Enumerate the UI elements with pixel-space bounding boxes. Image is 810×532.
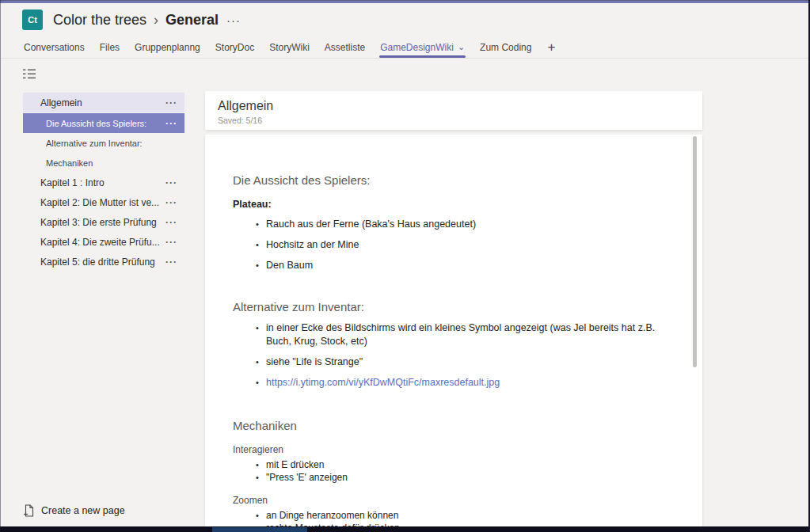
page-label: Alternative zum Inventar: (23, 139, 184, 148)
image-link[interactable]: https://i.ytimg.com/vi/yKfDwMQtiFc/maxre… (266, 377, 500, 388)
list-item: https://i.ytimg.com/vi/yKfDwMQtiFc/maxre… (256, 376, 664, 390)
list-item: mit E drücken (256, 459, 666, 472)
bottom-edge-highlight (212, 527, 307, 532)
window-left-edge (0, 0, 1, 532)
page-label: Die Aussicht des Spielers: (23, 119, 165, 128)
list-item: Hochsitz an der Mine (256, 238, 664, 252)
list-item: "Press 'E' anzeigen (256, 472, 666, 484)
page-item-alternative-inventar[interactable]: Alternative zum Inventar: (23, 133, 184, 153)
list-item: siehe "Life is Strange" (256, 355, 664, 369)
section-heading: Die Aussicht des Spielers: (233, 173, 666, 188)
page-label: Allgemein (23, 97, 165, 108)
page-label: Kapitel 1 : Intro (23, 177, 165, 188)
list-item: in einer Ecke des Bildschirms wird ein k… (256, 321, 664, 348)
tab-label: GameDesignWiki (380, 42, 454, 53)
teams-app-window: Ct Color the trees › General ··· Convers… (1, 3, 808, 526)
page-more-icon[interactable]: ··· (165, 217, 184, 228)
section-mechaniken: Mechaniken Interagieren mit E drücken "P… (233, 418, 666, 526)
bullet-list: an Dinge heranzoomen können rechte Maust… (256, 510, 666, 527)
bullet-list: in einer Ecke des Bildschirms wird ein k… (256, 321, 666, 390)
page-more-icon[interactable]: ··· (165, 97, 184, 108)
new-page-icon (23, 504, 34, 517)
tab-assetliste[interactable]: Assetliste (324, 36, 366, 58)
group-zoomen: Zoomen an Dinge heranzoomen können recht… (233, 494, 666, 527)
group-interagieren: Interagieren mit E drücken "Press 'E' an… (233, 443, 666, 484)
tab-label: StoryDoc (215, 42, 254, 53)
page-more-icon[interactable]: ··· (165, 197, 184, 208)
add-tab-button[interactable]: + (547, 36, 555, 58)
save-status: Saved: 5/16 (218, 116, 690, 125)
page-item-kapitel-4[interactable]: Kapitel 4: Die zweite Prüfu... ··· (23, 232, 184, 252)
page-item-kapitel-1[interactable]: Kapitel 1 : Intro ··· (23, 173, 184, 192)
team-name: Color the trees (53, 12, 146, 28)
page-item-mechaniken[interactable]: Mechaniken (23, 153, 184, 173)
group-label: Interagieren (233, 443, 666, 456)
tab-label: Assetliste (325, 42, 365, 53)
page-more-icon[interactable]: ··· (165, 256, 184, 268)
tab-label: Conversations (24, 42, 85, 53)
content-scrollbar[interactable] (693, 136, 697, 367)
breadcrumb-separator-icon: › (154, 12, 158, 28)
create-new-page-label: Create a new page (41, 505, 125, 516)
page-label: Mechaniken (23, 158, 184, 168)
create-new-page-button[interactable]: Create a new page (23, 504, 125, 517)
page-title: Allgemein (218, 99, 690, 113)
list-item: an Dinge heranzoomen können (256, 510, 666, 522)
tab-files[interactable]: Files (99, 36, 120, 58)
page-item-allgemein[interactable]: Allgemein ··· (23, 93, 184, 112)
page-item-die-aussicht[interactable]: Die Aussicht des Spielers: ··· (23, 113, 184, 133)
window-top-edge (0, 0, 810, 3)
list-item: Den Baum (256, 259, 664, 272)
page-more-icon[interactable]: ··· (165, 177, 184, 188)
page-item-kapitel-3[interactable]: Kapitel 3: Die erste Prüfung ··· (23, 212, 184, 232)
wiki-menu-toggle-icon[interactable] (23, 68, 37, 81)
wiki-body: Allgemein ··· Die Aussicht des Spielers:… (1, 59, 808, 526)
group-label: Zoomen (233, 494, 666, 507)
window-bottom-edge (0, 526, 810, 532)
tab-label: Gruppenplanng (135, 42, 200, 53)
list-item: Rauch aus der Ferne (Baka's Haus angedeu… (256, 218, 664, 231)
page-label: Kapitel 2: Die Mutter ist ve... (23, 197, 165, 208)
channel-name: General (165, 12, 219, 28)
page-item-kapitel-5[interactable]: Kapitel 5: die dritte Prüfung ··· (23, 252, 184, 272)
page-more-icon[interactable]: ··· (165, 118, 184, 129)
page-item-kapitel-2[interactable]: Kapitel 2: Die Mutter ist ve... ··· (23, 192, 184, 212)
tab-gruppenplanng[interactable]: Gruppenplanng (134, 36, 201, 58)
subheading-plateau: Plateau: (233, 198, 666, 211)
page-content-card: Die Aussicht des Spielers: Plateau: Rauc… (205, 135, 702, 526)
tab-storywiki[interactable]: StoryWiki (268, 36, 310, 58)
page-label: Kapitel 3: Die erste Prüfung (23, 217, 165, 228)
section-heading: Mechaniken (233, 418, 666, 434)
tab-label: StoryWiki (269, 42, 310, 53)
tab-gamedesignwiki[interactable]: GameDesignWiki ⌄ (379, 36, 466, 58)
tab-zum-coding[interactable]: Zum Coding (479, 36, 532, 58)
chevron-down-icon[interactable]: ⌄ (458, 43, 465, 51)
channel-more-icon[interactable]: ··· (226, 13, 241, 27)
page-label: Kapitel 5: die dritte Prüfung (23, 256, 165, 268)
tab-label: Files (100, 42, 120, 53)
team-avatar: Ct (22, 10, 43, 30)
section-inventar: Alternative zum Inventar: in einer Ecke … (233, 299, 666, 390)
page-list: Allgemein ··· Die Aussicht des Spielers:… (23, 93, 184, 272)
bullet-list: mit E drücken "Press 'E' anzeigen (256, 459, 666, 484)
page-more-icon[interactable]: ··· (165, 237, 184, 248)
channel-header: Ct Color the trees › General ··· (1, 3, 808, 36)
bullet-list: Rauch aus der Ferne (Baka's Haus angedeu… (256, 218, 666, 272)
tab-label: Zum Coding (480, 42, 531, 53)
section-aussicht: Die Aussicht des Spielers: Plateau: Rauc… (233, 173, 666, 272)
section-heading: Alternative zum Inventar: (233, 299, 666, 315)
tab-conversations[interactable]: Conversations (23, 36, 86, 58)
tab-storydoc[interactable]: StoryDoc (215, 36, 255, 58)
page-header-card: Allgemein Saved: 5/16 (205, 91, 702, 130)
tab-bar: Conversations Files Gruppenplanng StoryD… (1, 36, 808, 59)
page-label: Kapitel 4: Die zweite Prüfu... (23, 237, 165, 248)
